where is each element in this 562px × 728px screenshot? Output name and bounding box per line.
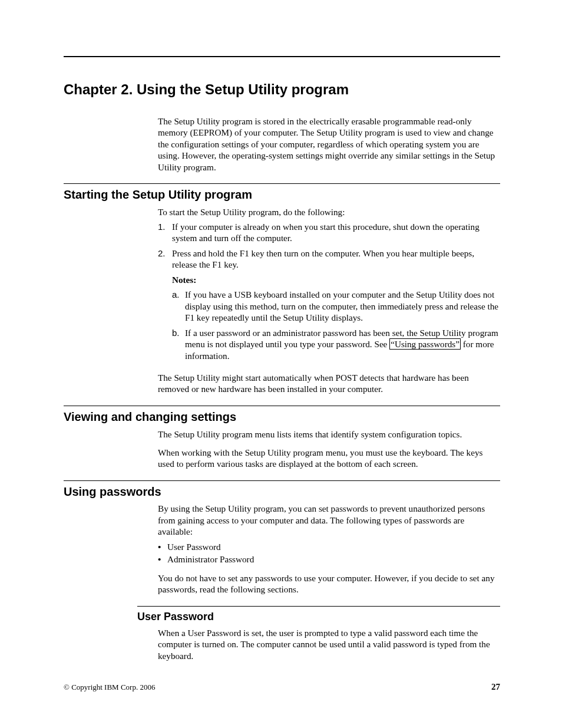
step-content: Press and hold the F1 key then turn on t… <box>172 248 500 271</box>
viewing-p1: The Setup Utility program menu lists ite… <box>158 429 500 440</box>
note-content: If you have a USB keyboard installed on … <box>185 289 500 323</box>
password-types-list: • User Password • Administrator Password <box>158 541 500 565</box>
intro-paragraph: The Setup Utility program is stored in t… <box>158 116 500 173</box>
step-content: If your computer is already on when you … <box>172 221 500 244</box>
list-item: • Administrator Password <box>158 554 500 565</box>
bullet-text: User Password <box>167 541 221 552</box>
cross-reference-link[interactable]: “Using passwords” <box>389 338 461 350</box>
section-rule <box>64 480 500 481</box>
section-heading-passwords: Using passwords <box>64 485 500 500</box>
note-letter: b. <box>172 327 185 361</box>
list-item: b. If a user password or an administrato… <box>172 327 500 361</box>
step-number: 1. <box>158 221 172 244</box>
passwords-p2: You do not have to set any passwords to … <box>158 572 500 595</box>
section-rule <box>64 406 500 406</box>
note-letter: a. <box>172 289 185 323</box>
step-number: 2. <box>158 248 172 365</box>
section-heading-viewing: Viewing and changing settings <box>64 410 500 425</box>
list-item: 1. If your computer is already on when y… <box>158 221 500 244</box>
passwords-p1: By using the Setup Utility program, you … <box>158 503 500 537</box>
starting-tail: The Setup Utility might start automatica… <box>158 372 500 395</box>
notes-list: a. If you have a USB keyboard installed … <box>172 289 500 361</box>
section-heading-starting: Starting the Setup Utility program <box>64 187 500 203</box>
page-number: 27 <box>491 681 500 693</box>
bullet-text: Administrator Password <box>167 554 254 565</box>
list-item: • User Password <box>158 541 500 552</box>
bullet-icon: • <box>158 541 167 552</box>
subsection-heading-user-password: User Password <box>137 610 500 624</box>
user-password-p1: When a User Password is set, the user is… <box>158 627 500 661</box>
list-item: 2. Press and hold the F1 key then turn o… <box>158 248 500 365</box>
chapter-title: Chapter 2. Using the Setup Utility progr… <box>64 81 500 99</box>
list-item: a. If you have a USB keyboard installed … <box>172 289 500 323</box>
section-rule <box>64 183 500 184</box>
starting-lead: To start the Setup Utility program, do t… <box>158 206 500 218</box>
top-rule <box>64 56 500 57</box>
notes-label: Notes: <box>172 274 500 285</box>
note-content: If a user password or an administrator p… <box>185 327 500 361</box>
viewing-p2: When working with the Setup Utility prog… <box>158 447 500 470</box>
subsection-rule <box>137 606 500 607</box>
copyright-text: © Copyright IBM Corp. 2006 <box>64 683 155 693</box>
starting-steps-list: 1. If your computer is already on when y… <box>158 221 500 365</box>
page-footer: © Copyright IBM Corp. 2006 27 <box>64 681 500 693</box>
bullet-icon: • <box>158 554 167 565</box>
